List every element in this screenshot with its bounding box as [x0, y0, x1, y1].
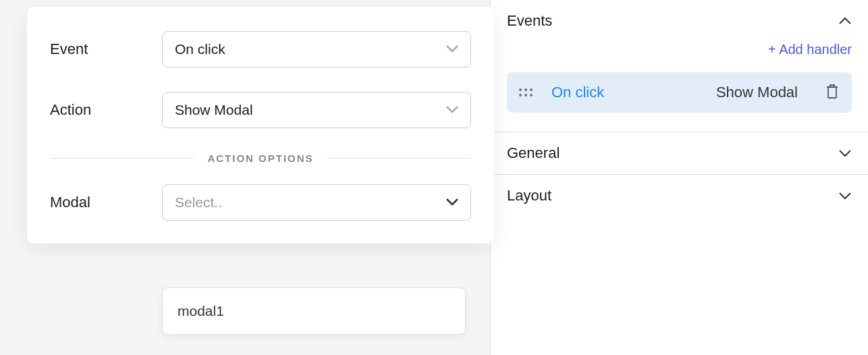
action-row: Action Show Modal	[50, 92, 471, 128]
modal-row: Modal Select..	[50, 184, 471, 221]
events-section-header[interactable]: Events	[491, 0, 868, 42]
action-label: Action	[50, 101, 162, 119]
event-select-value: On click	[175, 41, 225, 57]
chevron-down-icon	[446, 196, 458, 209]
action-options-label: ACTION OPTIONS	[194, 153, 327, 164]
drag-handle-icon[interactable]	[519, 88, 533, 97]
action-select-value: Show Modal	[175, 102, 253, 118]
chevron-down-icon	[838, 146, 852, 160]
modal-select-placeholder: Select..	[175, 194, 222, 211]
layout-section-title: Layout	[507, 187, 551, 204]
action-select[interactable]: Show Modal	[162, 92, 471, 128]
chevron-down-icon	[446, 104, 458, 116]
modal-label: Modal	[50, 194, 162, 211]
event-row: Event On click	[50, 31, 471, 67]
layout-section-header[interactable]: Layout	[491, 175, 868, 217]
events-section: Events + Add handler On click Show Modal	[491, 0, 868, 132]
handler-action-label: Show Modal	[716, 84, 798, 101]
event-select[interactable]: On click	[162, 31, 471, 67]
layout-section: Layout	[491, 174, 868, 217]
modal-select[interactable]: Select..	[162, 184, 471, 221]
events-section-body: + Add handler On click Show Modal	[491, 42, 868, 132]
add-handler-button[interactable]: + Add handler	[768, 42, 852, 57]
event-handler-row[interactable]: On click Show Modal	[507, 72, 852, 113]
chevron-down-icon	[838, 189, 852, 202]
modal-dropdown-list: modal1	[162, 288, 466, 335]
add-handler-row: + Add handler	[507, 42, 852, 57]
chevron-down-icon	[446, 43, 458, 55]
handler-config-popup: Event On click Action Show Modal ACTION …	[27, 7, 494, 244]
general-section-title: General	[507, 144, 560, 162]
general-section: General	[491, 132, 868, 174]
events-section-title: Events	[507, 12, 552, 30]
handler-event-label: On click	[551, 84, 604, 101]
chevron-up-icon	[838, 14, 852, 28]
event-label: Event	[50, 40, 162, 58]
general-section-header[interactable]: General	[491, 132, 868, 174]
action-options-divider: ACTION OPTIONS	[50, 153, 471, 164]
delete-icon[interactable]	[825, 83, 840, 102]
modal-dropdown-option[interactable]: modal1	[163, 294, 465, 329]
properties-panel: Events + Add handler On click Show Modal	[490, 0, 868, 355]
